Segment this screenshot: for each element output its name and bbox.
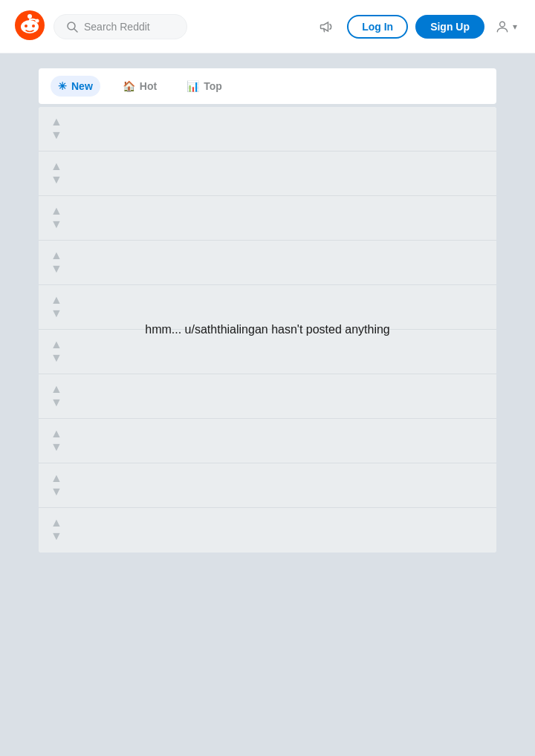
downvote-icon[interactable]: ▼ bbox=[51, 174, 62, 186]
upvote-icon[interactable]: ▲ bbox=[51, 472, 62, 484]
skeleton-row-9: ▲ ▼ bbox=[39, 463, 496, 508]
vote-arrows-4: ▲ ▼ bbox=[49, 250, 64, 275]
downvote-icon[interactable]: ▼ bbox=[51, 530, 62, 542]
vote-arrows-1: ▲ ▼ bbox=[49, 116, 64, 141]
hot-tab-icon: 🏠 bbox=[123, 80, 135, 92]
sort-tabs: ✳ New 🏠 Hot 📊 Top bbox=[39, 68, 496, 104]
skeleton-row-8: ▲ ▼ bbox=[39, 419, 496, 463]
skeleton-row-1: ▲ ▼ bbox=[39, 107, 496, 151]
svg-line-8 bbox=[74, 29, 77, 32]
empty-state-message: hmm... u/saththialingan hasn't posted an… bbox=[145, 323, 389, 336]
skeleton-row-7: ▲ ▼ bbox=[39, 374, 496, 419]
tab-top[interactable]: 📊 Top bbox=[179, 76, 230, 97]
vote-arrows-8: ▲ ▼ bbox=[49, 428, 64, 453]
skeleton-row-10: ▲ ▼ bbox=[39, 508, 496, 553]
search-input[interactable] bbox=[84, 21, 175, 33]
upvote-icon[interactable]: ▲ bbox=[51, 383, 62, 395]
announce-button[interactable] bbox=[313, 13, 340, 40]
svg-point-10 bbox=[500, 22, 505, 27]
svg-line-9 bbox=[324, 28, 325, 31]
upvote-icon[interactable]: ▲ bbox=[51, 339, 62, 351]
upvote-icon[interactable]: ▲ bbox=[51, 250, 62, 261]
svg-point-3 bbox=[32, 25, 35, 27]
skeleton-row-6: ▲ ▼ bbox=[39, 330, 496, 374]
search-icon bbox=[66, 21, 78, 33]
login-button[interactable]: Log In bbox=[347, 15, 408, 39]
upvote-icon[interactable]: ▲ bbox=[51, 205, 62, 217]
signup-button[interactable]: Sign Up bbox=[415, 15, 484, 39]
vote-arrows-2: ▲ ▼ bbox=[49, 160, 64, 186]
top-tab-icon: 📊 bbox=[187, 80, 199, 92]
downvote-icon[interactable]: ▼ bbox=[51, 129, 62, 141]
upvote-icon[interactable]: ▲ bbox=[51, 160, 62, 172]
svg-point-5 bbox=[27, 14, 32, 19]
skeleton-row-2: ▲ ▼ bbox=[39, 151, 496, 196]
tab-hot[interactable]: 🏠 Hot bbox=[115, 76, 164, 97]
vote-arrows-5: ▲ ▼ bbox=[49, 294, 64, 319]
new-tab-icon: ✳ bbox=[58, 80, 67, 92]
downvote-icon[interactable]: ▼ bbox=[51, 486, 62, 498]
posts-area: hmm... u/saththialingan hasn't posted an… bbox=[39, 107, 496, 553]
tab-new[interactable]: ✳ New bbox=[51, 76, 100, 97]
tab-new-label: New bbox=[71, 80, 93, 92]
vote-arrows-3: ▲ ▼ bbox=[49, 205, 64, 230]
skeleton-row-4: ▲ ▼ bbox=[39, 241, 496, 285]
tab-top-label: Top bbox=[204, 80, 222, 92]
upvote-icon[interactable]: ▲ bbox=[51, 294, 62, 306]
svg-point-2 bbox=[25, 25, 27, 27]
vote-arrows-7: ▲ ▼ bbox=[49, 383, 64, 408]
downvote-icon[interactable]: ▼ bbox=[51, 441, 62, 453]
user-menu[interactable]: ▾ bbox=[492, 16, 520, 37]
downvote-icon[interactable]: ▼ bbox=[51, 218, 62, 230]
user-icon bbox=[495, 19, 510, 34]
downvote-icon[interactable]: ▼ bbox=[51, 397, 62, 408]
upvote-icon[interactable]: ▲ bbox=[51, 428, 62, 440]
chevron-down-icon: ▾ bbox=[513, 22, 517, 32]
reddit-logo[interactable] bbox=[15, 10, 45, 43]
upvote-icon[interactable]: ▲ bbox=[51, 116, 62, 128]
site-header: Log In Sign Up ▾ bbox=[0, 0, 535, 53]
downvote-icon[interactable]: ▼ bbox=[51, 352, 62, 364]
vote-arrows-9: ▲ ▼ bbox=[49, 472, 64, 498]
search-bar[interactable] bbox=[54, 14, 187, 39]
vote-arrows-6: ▲ ▼ bbox=[49, 339, 64, 364]
vote-arrows-10: ▲ ▼ bbox=[49, 517, 64, 542]
main-content: ✳ New 🏠 Hot 📊 Top hmm... u/saththialinga… bbox=[30, 68, 505, 553]
header-actions: Log In Sign Up ▾ bbox=[313, 13, 520, 40]
tab-hot-label: Hot bbox=[140, 80, 157, 92]
downvote-icon[interactable]: ▼ bbox=[51, 263, 62, 275]
upvote-icon[interactable]: ▲ bbox=[51, 517, 62, 529]
skeleton-row-3: ▲ ▼ bbox=[39, 196, 496, 241]
downvote-icon[interactable]: ▼ bbox=[51, 307, 62, 319]
